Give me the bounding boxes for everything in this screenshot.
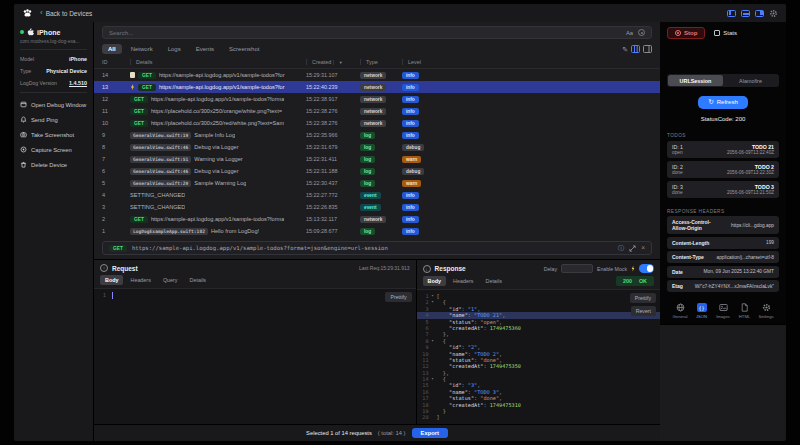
menu-item-delete-device[interactable]: Delete Device bbox=[20, 161, 87, 168]
sidebar-divider bbox=[20, 92, 87, 93]
table-row[interactable]: 4 SETTING_CHANGED 15:22:27.772 event inf… bbox=[94, 189, 660, 201]
tab-events[interactable]: Events bbox=[190, 44, 220, 54]
table-row[interactable]: 6 GeneralView.swift:46 Debug via Logger … bbox=[94, 165, 660, 177]
col-details[interactable]: Details bbox=[130, 59, 306, 65]
type-badge: event bbox=[360, 192, 381, 199]
top-bar: ‹ Back to Devices bbox=[14, 4, 786, 22]
todo-card[interactable]: ID: 2 TODO 2 done 2056-06-09T13:22:30Z bbox=[667, 161, 779, 178]
footer-tab-json[interactable]: {} JSON bbox=[692, 303, 712, 319]
col-type[interactable]: Type bbox=[360, 59, 402, 65]
header-value: W/"c7-hZY4YNX...xJmwFAInsclaLvk" bbox=[695, 284, 774, 289]
back-label: Back to Devices bbox=[46, 10, 93, 17]
detail-panel-toggle-icon[interactable] bbox=[643, 45, 652, 53]
search-row: Aa bbox=[102, 26, 652, 39]
back-to-devices-button[interactable]: ‹ Back to Devices bbox=[40, 9, 92, 17]
table-row[interactable]: 2 GET https://sample-api.logdog.app/v1/s… bbox=[94, 213, 660, 225]
col-id[interactable]: ID bbox=[102, 59, 130, 65]
request-tab-headers[interactable]: Headers bbox=[125, 275, 155, 285]
row-id: 4 bbox=[102, 192, 130, 198]
settings-gear-icon[interactable] bbox=[769, 9, 778, 18]
toggle-bottom-panel-icon[interactable] bbox=[741, 10, 750, 17]
row-detail-text: Sample Info Log bbox=[194, 132, 235, 138]
tab-network[interactable]: Network bbox=[125, 44, 159, 54]
menu-item-capture-screen[interactable]: Capture Screen bbox=[20, 146, 87, 153]
prettify-button[interactable]: Prettify bbox=[630, 293, 656, 303]
row-type: network bbox=[360, 72, 402, 78]
refresh-button[interactable]: ↻ Refresh bbox=[698, 96, 747, 109]
table-row[interactable]: 12 GET https://sample-api.logdog.app/v1/… bbox=[94, 93, 660, 105]
todo-card[interactable]: ID: 1 TODO 21 open 2056-06-09T13:22:40Z bbox=[667, 141, 779, 158]
info-icon[interactable]: ⓘ bbox=[618, 245, 625, 252]
header-name: Date bbox=[672, 269, 683, 275]
table-row[interactable]: 5 GeneralView.swift:29 Sample Warning Lo… bbox=[94, 177, 660, 189]
row-detail-text: https://sample-api.logdog.app/v1/sample-… bbox=[151, 96, 284, 102]
menu-label: Take Screenshot bbox=[31, 132, 74, 138]
search-options-icon[interactable] bbox=[638, 29, 645, 36]
close-icon[interactable]: × bbox=[641, 245, 645, 252]
row-id: 12 bbox=[102, 96, 130, 102]
delay-input[interactable] bbox=[561, 264, 593, 273]
menu-item-send-ping[interactable]: Send Ping bbox=[20, 116, 87, 123]
header-value: 199 bbox=[766, 240, 774, 245]
request-body-editor[interactable]: 1 Prettify bbox=[94, 288, 416, 424]
type-badge: network bbox=[360, 72, 386, 79]
table-row[interactable]: 3 SETTING_CHANGED 15:22:26.835 event inf… bbox=[94, 201, 660, 213]
level-badge: info bbox=[402, 228, 419, 235]
row-detail-text: Debug via Logger bbox=[194, 168, 238, 174]
prettify-button[interactable]: Prettify bbox=[385, 292, 411, 302]
revert-button[interactable]: Revert bbox=[631, 306, 656, 316]
inspector-empty-area bbox=[660, 324, 786, 442]
table-row[interactable]: 14 GET https://sample-api.logdog.app/v1/… bbox=[94, 69, 660, 81]
table-row[interactable]: 13 GET https://sample-api.logdog.app/v1/… bbox=[94, 81, 660, 93]
tab-all[interactable]: All bbox=[102, 44, 122, 54]
table-row[interactable]: 7 GeneralView.swift:51 Warning via Logge… bbox=[94, 153, 660, 165]
response-tab-body[interactable]: Body bbox=[423, 276, 446, 286]
device-online-dot bbox=[20, 30, 24, 34]
case-sensitivity-toggle[interactable]: Aa bbox=[626, 30, 633, 36]
stats-checkbox[interactable]: Stats bbox=[714, 30, 737, 36]
row-created: 15:22:38.917 bbox=[306, 96, 360, 102]
footer-tab-images[interactable]: Images bbox=[713, 303, 733, 319]
table-row[interactable]: 9 GeneralView.swift:19 Sample Info Log 1… bbox=[94, 129, 660, 141]
tab-screenshot[interactable]: Screenshot bbox=[223, 44, 265, 54]
todos-section-title: TODOS bbox=[667, 133, 779, 138]
segment-alamofire[interactable]: Alamofire bbox=[723, 75, 778, 86]
table-row[interactable]: 1 LogDogExampleApp.swift:102 Hello from … bbox=[94, 225, 660, 237]
request-tab-details[interactable]: Details bbox=[185, 275, 211, 285]
request-tab-query[interactable]: Query bbox=[158, 275, 183, 285]
stop-button[interactable]: Stop bbox=[667, 27, 705, 39]
response-tab-details[interactable]: Details bbox=[480, 276, 506, 286]
record-icon bbox=[675, 30, 681, 36]
enable-mock-label: Enable Mock bbox=[597, 266, 627, 272]
todo-card[interactable]: ID: 3 TODO 3 done 2056-06-09T13:21:50Z bbox=[667, 181, 779, 198]
expand-icon[interactable] bbox=[629, 245, 636, 252]
tab-logs[interactable]: Logs bbox=[162, 44, 187, 54]
enable-mock-toggle[interactable] bbox=[639, 264, 654, 273]
table-row[interactable]: 11 GET https://placehold.co/300x250/oran… bbox=[94, 105, 660, 117]
toggle-right-panel-icon[interactable] bbox=[755, 10, 764, 17]
request-tab-body[interactable]: Body bbox=[100, 275, 123, 285]
device-header: iPhone bbox=[20, 28, 87, 36]
table-row[interactable]: 10 GET https://placehold.co/300x250/red/… bbox=[94, 117, 660, 129]
menu-item-take-screenshot[interactable]: Take Screenshot bbox=[20, 131, 87, 138]
columns-view-icon[interactable] bbox=[631, 45, 640, 53]
segment-urlsession[interactable]: URLSession bbox=[668, 75, 723, 86]
col-level[interactable]: Level bbox=[402, 59, 660, 65]
footer-tab-general[interactable]: General bbox=[670, 303, 690, 319]
response-body-editor[interactable]: 1▾[2▾ {3 "id": "1",4 "name": "TODO 21",5… bbox=[417, 289, 660, 424]
export-button[interactable]: Export bbox=[412, 428, 448, 438]
table-row[interactable]: 8 GeneralView.swift:46 Debug via Logger … bbox=[94, 141, 660, 153]
footer-tab-settings[interactable]: Settings bbox=[756, 303, 776, 319]
version-link[interactable]: 1.4.510 bbox=[69, 80, 87, 86]
toggle-left-panel-icon[interactable] bbox=[727, 10, 736, 17]
clear-logs-icon[interactable]: ✎ bbox=[622, 46, 628, 53]
search-input[interactable] bbox=[109, 30, 621, 36]
footer-tab-html[interactable]: HTML bbox=[735, 303, 755, 319]
row-id: 6 bbox=[102, 168, 130, 174]
menu-item-open-debug-window[interactable]: Open Debug Window bbox=[20, 101, 87, 108]
row-type: network bbox=[360, 108, 402, 114]
col-created[interactable]: Created ▼ bbox=[306, 59, 360, 65]
response-tab-headers[interactable]: Headers bbox=[448, 276, 478, 286]
bundle-id: com.modress.log-dog-exa... bbox=[20, 39, 87, 44]
inspector-panel: Stop Stats URLSession Alamofire ↻ Refres… bbox=[660, 22, 786, 441]
